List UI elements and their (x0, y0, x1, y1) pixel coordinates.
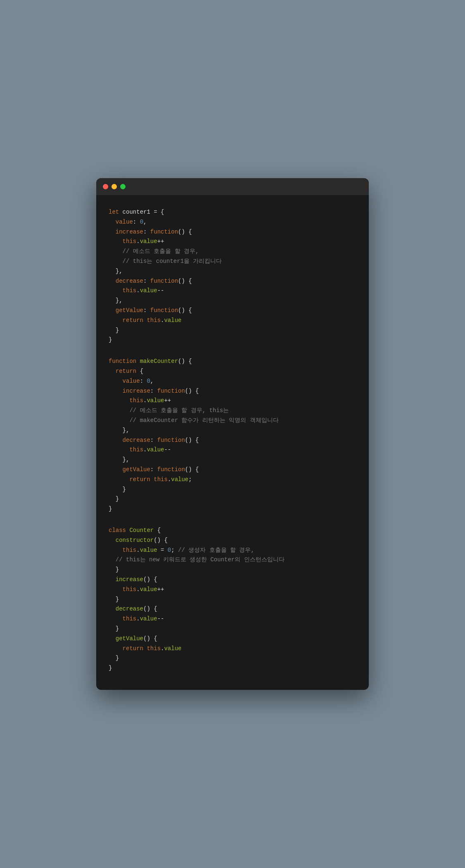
code-line: // 메소드 호출을 할 경우, (109, 247, 356, 257)
code-line: }, (109, 426, 356, 436)
code-line: this.value-- (109, 445, 356, 455)
minimize-button[interactable] (112, 184, 117, 189)
section-gap (109, 345, 356, 357)
code-line: this.value++ (109, 396, 356, 406)
code-line: class Counter { (109, 526, 356, 536)
code-line: return this.value (109, 644, 356, 654)
code-line: } (109, 595, 356, 605)
window-titlebar (96, 178, 369, 195)
code-line: }, (109, 267, 356, 277)
code-editor: let counter1 = { value: 0, increase: fun… (96, 195, 369, 690)
code-line: return this.value; (109, 475, 356, 485)
code-line: this.value++ (109, 237, 356, 247)
code-line: this.value++ (109, 585, 356, 595)
code-line: // makeCounter 함수가 리턴하는 익명의 객체입니다 (109, 416, 356, 426)
code-line: // this는 counter1을 가리킵니다 (109, 257, 356, 267)
code-line: return this.value (109, 316, 356, 326)
code-line: }, (109, 296, 356, 306)
code-line: getValue: function() { (109, 465, 356, 475)
code-line: } (109, 494, 356, 504)
code-line: } (109, 663, 356, 673)
code-line: decrease: function() { (109, 436, 356, 446)
code-window: let counter1 = { value: 0, increase: fun… (96, 178, 369, 690)
code-line: } (109, 624, 356, 634)
close-button[interactable] (103, 184, 108, 189)
code-line: } (109, 504, 356, 514)
code-line: function makeCounter() { (109, 357, 356, 367)
code-line: increase: function() { (109, 227, 356, 237)
code-line: // this는 new 키워드로 생성한 Counter의 인스턴스입니다 (109, 555, 356, 565)
code-line: return { (109, 367, 356, 377)
code-line: }, (109, 455, 356, 465)
code-line: increase: function() { (109, 386, 356, 396)
code-line: getValue() { (109, 634, 356, 644)
code-line: // 메소드 호출을 할 경우, this는 (109, 406, 356, 416)
code-line: value: 0, (109, 377, 356, 386)
code-line: decrease() { (109, 604, 356, 614)
code-line: } (109, 326, 356, 336)
code-line: let counter1 = { (109, 207, 356, 217)
code-line: this.value-- (109, 286, 356, 296)
code-line: decrease: function() { (109, 277, 356, 286)
code-line: constructor() { (109, 536, 356, 546)
code-line: } (109, 565, 356, 575)
code-line: } (109, 485, 356, 495)
code-line: } (109, 653, 356, 663)
section-gap (109, 514, 356, 526)
code-line: this.value-- (109, 614, 356, 624)
code-line: } (109, 335, 356, 345)
code-line: increase() { (109, 575, 356, 585)
code-line: this.value = 0; // 생성자 호출을 할 경우, (109, 546, 356, 556)
code-line: getValue: function() { (109, 306, 356, 316)
code-line: value: 0, (109, 217, 356, 227)
maximize-button[interactable] (120, 184, 126, 189)
